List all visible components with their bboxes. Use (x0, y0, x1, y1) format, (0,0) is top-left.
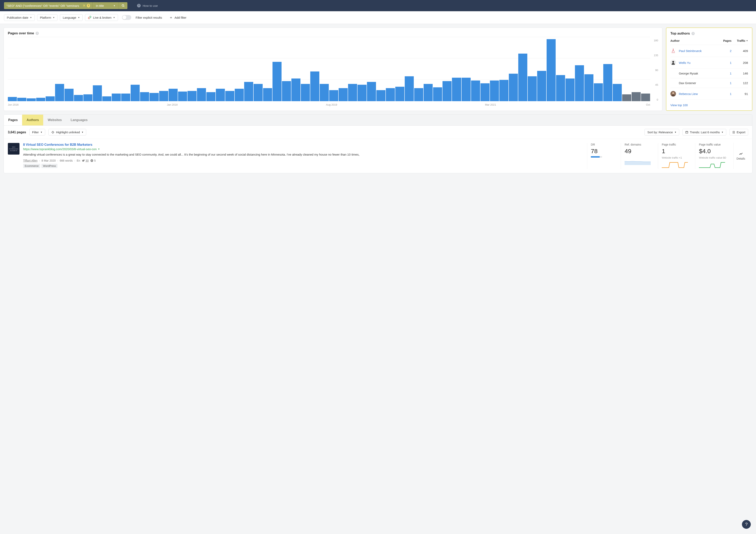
chart-bar[interactable] (358, 85, 366, 101)
chart-bar[interactable] (93, 85, 102, 101)
result-url[interactable]: https://www.toprankblog.com/2020/03/8-vi… (23, 147, 583, 151)
tab-languages[interactable]: Languages (66, 114, 92, 125)
trends-button[interactable]: Trends: Last 6 months▼ (683, 129, 726, 136)
chart-bar[interactable] (603, 64, 612, 101)
tag[interactable]: WordPress (41, 164, 58, 168)
view-top-100-link[interactable]: View top 100 (670, 103, 688, 107)
search-input-wrap[interactable]: "SEO" AND ("conferences" OR "events" OR … (4, 2, 93, 9)
chart-bar[interactable] (197, 88, 206, 101)
chart-bar[interactable] (17, 98, 26, 101)
chart-bar[interactable] (102, 96, 111, 101)
chart-bar[interactable] (528, 76, 537, 101)
how-to-use-link[interactable]: ? How to use (137, 4, 158, 8)
chart-bar[interactable] (225, 91, 234, 101)
search-help-icon[interactable]: ? (87, 4, 90, 8)
chart-bar[interactable] (310, 71, 319, 101)
chart-bar[interactable] (376, 90, 386, 101)
chart-bar[interactable] (187, 91, 197, 101)
chart-bar[interactable] (140, 92, 149, 101)
chart-bar[interactable] (169, 89, 178, 101)
chart-bar[interactable] (613, 84, 622, 101)
chart-bar[interactable] (622, 94, 631, 101)
chart-bar[interactable] (149, 93, 159, 101)
col-traffic[interactable]: Traffic▼ (732, 39, 748, 42)
chart-bar[interactable] (244, 82, 253, 101)
chart-bar[interactable] (443, 81, 451, 101)
chart-bar[interactable] (641, 93, 650, 101)
chart-bar[interactable] (594, 83, 603, 101)
result-author-link[interactable]: Tiffani Allen (23, 159, 38, 162)
chart-bar[interactable] (386, 88, 395, 101)
chart-bar[interactable] (8, 97, 17, 101)
help-icon[interactable]: ? (36, 32, 39, 35)
chart-bar[interactable] (537, 71, 546, 101)
chart-bar[interactable] (131, 85, 140, 101)
search-scope-dropdown[interactable]: In title ▼ (93, 2, 119, 9)
chart-bar[interactable] (338, 88, 348, 101)
chart-bar[interactable] (65, 89, 73, 101)
chart-bar[interactable] (320, 84, 329, 101)
chart-bar[interactable] (348, 84, 357, 101)
tab-pages[interactable]: Pages (4, 114, 22, 125)
chart-bar[interactable] (273, 62, 282, 101)
chart-bar[interactable] (112, 93, 121, 101)
chart-bar[interactable] (509, 74, 518, 101)
highlight-unlinked-button[interactable]: Highlight unlinked▼ (48, 129, 86, 136)
export-button[interactable]: Export (729, 129, 748, 136)
chart-bar[interactable] (632, 92, 641, 101)
explicit-toggle[interactable] (122, 15, 131, 20)
chart-bar[interactable] (74, 95, 83, 101)
chart-bar[interactable] (575, 65, 584, 101)
chevron-down-icon[interactable]: ▼ (98, 148, 100, 150)
chart-bar[interactable] (263, 88, 272, 101)
chart-bar[interactable] (206, 92, 215, 101)
chart-bar[interactable] (159, 91, 168, 101)
chart-bar[interactable] (584, 74, 593, 101)
chart-bar[interactable] (27, 98, 36, 101)
chart-bar[interactable] (216, 89, 225, 101)
chart-bar[interactable] (329, 90, 338, 101)
chart-bar[interactable] (301, 84, 310, 101)
author-pages[interactable]: 1 (718, 81, 732, 85)
filter-language[interactable]: Language▼ (60, 14, 83, 21)
chart-bar[interactable] (480, 83, 490, 101)
chart-bar[interactable] (518, 54, 527, 101)
chart-bar[interactable] (235, 89, 244, 101)
sort-button[interactable]: Sort by: Relevance▼ (644, 129, 679, 136)
author-name[interactable]: Paul Steinbrueck (679, 49, 718, 53)
details-button[interactable]: Details (733, 143, 748, 169)
clear-search-icon[interactable]: ✕ (83, 3, 86, 8)
chart-bar[interactable] (254, 84, 263, 101)
chart-bar[interactable] (414, 88, 423, 101)
add-filter-button[interactable]: ＋ Add filter (169, 15, 186, 20)
chart-bar[interactable] (36, 98, 45, 101)
chart-bar[interactable] (433, 87, 442, 101)
chart-bar[interactable] (291, 79, 300, 101)
tag[interactable]: Ecommerce (23, 164, 40, 168)
filter-publication-date[interactable]: Publication date▼ (4, 14, 35, 21)
filter-live-broken[interactable]: Live & broken▼ (85, 14, 118, 21)
author-pages[interactable]: 1 (718, 72, 732, 75)
filter-platform[interactable]: Platform▼ (37, 14, 58, 21)
search-input[interactable]: "SEO" AND ("conferences" OR "events" OR … (7, 4, 81, 8)
chart-bar[interactable] (405, 76, 414, 101)
filter-button[interactable]: Filter▼ (29, 129, 45, 136)
search-button[interactable] (119, 2, 127, 9)
result-title-link[interactable]: 8 Virtual SEO Conferences for B2B Market… (23, 143, 583, 146)
author-pages[interactable]: 2 (718, 49, 732, 53)
chart-bar[interactable] (547, 39, 556, 101)
author-name[interactable]: Wells Yu (679, 61, 718, 64)
chart-bar[interactable] (556, 75, 565, 101)
chart-bar[interactable] (565, 79, 575, 101)
tab-websites[interactable]: Websites (43, 114, 66, 125)
tab-authors[interactable]: Authors (22, 114, 43, 125)
chart-bar[interactable] (83, 94, 93, 101)
chart-bar[interactable] (178, 91, 187, 101)
chart-bar[interactable] (46, 96, 55, 101)
chart-bar[interactable] (282, 81, 291, 101)
chart-bar[interactable] (452, 78, 461, 101)
chart-bar[interactable] (395, 87, 404, 101)
chart-bar[interactable] (367, 82, 376, 101)
author-pages[interactable]: 1 (718, 92, 732, 95)
help-icon[interactable]: ? (691, 32, 695, 35)
